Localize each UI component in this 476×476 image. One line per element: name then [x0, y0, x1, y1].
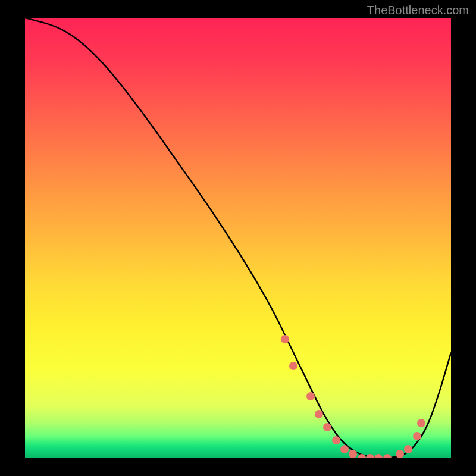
chart-marker-dot — [289, 362, 298, 370]
chart-marker-dot — [383, 454, 392, 458]
chart-marker-dot — [358, 454, 366, 458]
chart-gradient-background — [25, 18, 451, 458]
chart-marker-dot — [315, 410, 323, 418]
chart-plot-area — [25, 18, 451, 458]
chart-marker-dot — [332, 436, 340, 444]
chart-marker-dot — [413, 432, 421, 440]
chart-marker-dot — [340, 445, 349, 453]
chart-marker-dot — [366, 454, 374, 458]
chart-marker-dot — [323, 423, 331, 431]
chart-marker-dot — [306, 392, 315, 400]
attribution-text: TheBottleneck.com — [367, 4, 469, 17]
chart-marker-dot — [396, 450, 404, 458]
chart-marker-dot — [374, 454, 383, 458]
chart-marker-dot — [281, 335, 289, 343]
chart-marker-dot — [349, 450, 357, 458]
chart-marker-dot — [404, 445, 412, 453]
chart-marker-dot — [417, 419, 425, 427]
